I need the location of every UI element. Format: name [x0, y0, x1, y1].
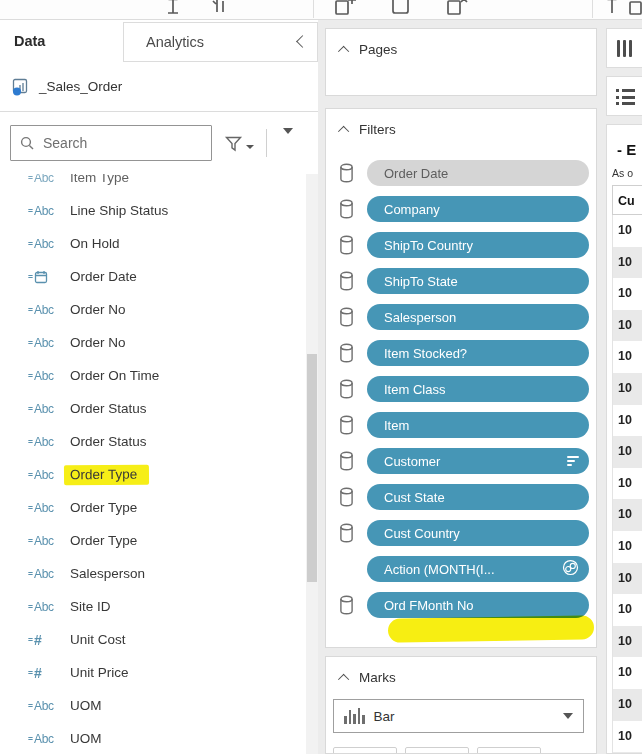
field-row-order-on-time[interactable]: =Abc Order On Time	[0, 359, 306, 392]
search-input[interactable]	[43, 135, 183, 151]
filter-pill-cust-state[interactable]: Cust State	[367, 484, 589, 510]
table-row[interactable]: 10	[612, 215, 642, 247]
pin-icon[interactable]	[163, 0, 183, 20]
table-row[interactable]: 10	[612, 563, 642, 595]
yellow-highlighter-stroke	[388, 615, 594, 643]
tab-analytics-label: Analytics	[146, 34, 204, 50]
table-row[interactable]: 10	[612, 341, 642, 373]
field-list: =Abc Item Type =Abc Line Ship Status =Ab…	[0, 174, 306, 754]
columns-shelf[interactable]	[606, 28, 642, 68]
string-field-icon: =Abc	[28, 501, 70, 515]
database-icon	[339, 523, 354, 543]
database-icon	[339, 163, 354, 183]
size-button[interactable]	[405, 747, 469, 754]
chevron-up-icon[interactable]	[338, 673, 349, 684]
color-button[interactable]	[333, 747, 397, 754]
string-field-icon: =Abc	[28, 204, 70, 218]
tab-analytics[interactable]: Analytics	[123, 22, 318, 62]
field-row-order-status[interactable]: =Abc Order Status	[0, 425, 306, 458]
table-row[interactable]: 10	[612, 247, 642, 279]
highlighted-field-label: Order Type	[64, 464, 149, 485]
field-row-order-type[interactable]: =Abc Order Type	[0, 524, 306, 557]
filters-header: Filters	[326, 109, 596, 137]
filter-pill-item[interactable]: Item	[367, 412, 589, 438]
chevron-up-icon[interactable]	[338, 45, 349, 56]
filter-pill-shipto-state[interactable]: ShipTo State	[367, 268, 589, 294]
chevron-up-icon[interactable]	[338, 125, 349, 136]
table-row[interactable]: 10	[612, 531, 642, 563]
field-row-salesperson[interactable]: =Abc Salesperson	[0, 557, 306, 590]
field-row-order-no[interactable]: =Abc Order No	[0, 293, 306, 326]
pill-row: Salesperson	[326, 299, 596, 335]
swap-icon[interactable]	[627, 0, 642, 20]
rows-shelf[interactable]	[606, 76, 642, 116]
field-row-on-hold[interactable]: =Abc On Hold	[0, 227, 306, 260]
string-field-icon: =Abc	[28, 534, 70, 548]
filter-pill-item-class[interactable]: Item Class	[367, 376, 589, 402]
marks-shelf[interactable]: Marks Bar	[325, 656, 597, 754]
filter-pill-customer[interactable]: Customer	[367, 448, 589, 474]
chevron-down-icon	[563, 713, 573, 719]
scrollbar[interactable]	[306, 174, 318, 754]
table-row[interactable]: 10	[612, 310, 642, 342]
columns-icon	[617, 40, 632, 57]
table-row[interactable]: 10	[612, 594, 642, 626]
database-icon	[339, 235, 354, 255]
tab-data[interactable]: Data	[0, 20, 123, 62]
table-row[interactable]: 10	[612, 657, 642, 689]
filter-pill-ord-fmonth-no[interactable]: Ord FMonth No	[367, 592, 589, 618]
table-row[interactable]: 10	[612, 373, 642, 405]
filter-pill-item-stocked[interactable]: Item Stocked?	[367, 340, 589, 366]
search-box[interactable]	[10, 125, 212, 161]
date-field-icon: =	[28, 270, 70, 284]
new-worksheet-icon[interactable]	[333, 0, 357, 20]
table-row[interactable]: 10	[612, 689, 642, 721]
table-row[interactable]: 10	[612, 436, 642, 468]
field-row-uom[interactable]: =Abc UOM	[0, 689, 306, 722]
field-row-order-date[interactable]: = Order Date	[0, 260, 306, 293]
data-table: Cu 10 10 10 10 10 10 10 10 10 10 10 10 1…	[612, 185, 642, 754]
filter-pill-company[interactable]: Company	[367, 196, 589, 222]
table-row[interactable]: 10	[612, 626, 642, 658]
field-row-order-status[interactable]: =Abc Order Status	[0, 392, 306, 425]
field-row-order-type[interactable]: =Abc Order Type	[0, 491, 306, 524]
filter-pill-action-month[interactable]: Action (MONTH(I...	[367, 556, 589, 582]
filter-pill-cust-country[interactable]: Cust Country	[367, 520, 589, 546]
database-icon	[339, 595, 354, 615]
collapse-pane-icon[interactable]	[296, 35, 309, 48]
table-row[interactable]: 10	[612, 405, 642, 437]
show-cards-icon[interactable]	[390, 0, 412, 20]
filter-pill-order-date[interactable]: Order Date	[367, 160, 589, 186]
table-row[interactable]: 10	[612, 278, 642, 310]
field-row-line-ship-status[interactable]: =Abc Line Ship Status	[0, 194, 306, 227]
datasource-row[interactable]: _Sales_Order	[0, 62, 318, 112]
pane-menu-button[interactable]	[283, 134, 293, 152]
pages-shelf[interactable]: Pages	[325, 28, 597, 96]
table-rows: 10 10 10 10 10 10 10 10 10 10 10 10 10 1…	[612, 215, 642, 754]
label-button[interactable]	[477, 747, 541, 754]
table-row[interactable]: 10	[612, 468, 642, 500]
field-row-item-type[interactable]: =Abc Item Type	[0, 174, 306, 194]
table-row[interactable]: 10	[612, 499, 642, 531]
funnel-icon	[224, 134, 243, 153]
field-row-order-no[interactable]: =Abc Order No	[0, 326, 306, 359]
filters-shelf[interactable]: Filters Order Date Company ShipTo Countr…	[325, 108, 597, 648]
pill-row: Cust Country	[326, 515, 596, 551]
pages-header: Pages	[326, 29, 596, 57]
pause-icon[interactable]	[210, 0, 230, 20]
mark-type-dropdown[interactable]: Bar	[333, 699, 584, 733]
field-row-uom[interactable]: =Abc UOM	[0, 722, 306, 754]
field-row-site-id[interactable]: =Abc Site ID	[0, 590, 306, 623]
field-row-order-type-highlighted[interactable]: =Abc Order Type	[0, 458, 306, 491]
database-icon	[339, 415, 354, 435]
clear-sheet-icon[interactable]	[445, 0, 469, 20]
filter-pill-shipto-country[interactable]: ShipTo Country	[367, 232, 589, 258]
field-row-unit-cost[interactable]: =# Unit Cost	[0, 623, 306, 656]
field-filter-button[interactable]	[224, 134, 254, 153]
filter-pill-salesperson[interactable]: Salesperson	[367, 304, 589, 330]
funnel-caret-icon	[246, 145, 254, 149]
scrollbar-thumb[interactable]	[307, 354, 317, 582]
table-row[interactable]: 10	[612, 721, 642, 753]
pin-icon[interactable]	[603, 0, 621, 20]
field-row-unit-price[interactable]: =# Unit Price	[0, 656, 306, 689]
